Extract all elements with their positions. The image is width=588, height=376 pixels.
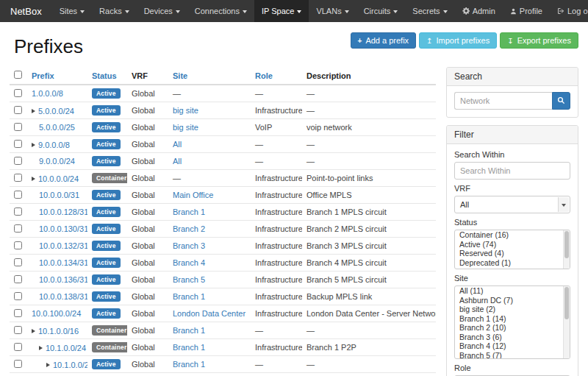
prefix-link[interactable]: 10.0.0.134/31 <box>39 258 87 267</box>
prefix-link[interactable]: 10.1.0.0/16 <box>38 327 79 336</box>
row-checkbox[interactable] <box>14 140 22 148</box>
row-checkbox[interactable] <box>14 241 22 249</box>
status-listbox[interactable]: Container (16)Active (74)Reserved (4)Dep… <box>454 230 570 269</box>
column-header-status[interactable]: Status <box>87 67 127 85</box>
row-checkbox[interactable] <box>14 326 22 334</box>
prefix-link[interactable]: 5.0.0.0/24 <box>38 107 74 116</box>
listbox-option[interactable]: Reserved (4) <box>455 249 570 258</box>
site-link[interactable]: Main Office <box>173 191 213 199</box>
prefix-link[interactable]: 9.0.0.0/24 <box>39 157 75 166</box>
scrollbar-thumb[interactable] <box>564 287 569 319</box>
prefix-link[interactable]: 1.0.0.0/8 <box>32 89 63 98</box>
search-input[interactable] <box>454 92 552 110</box>
prefix-link[interactable]: 10.0.0.136/31 <box>39 275 87 284</box>
row-checkbox[interactable] <box>14 174 22 182</box>
listbox-option[interactable]: All (11) <box>455 286 570 296</box>
row-checkbox[interactable] <box>14 258 22 266</box>
nav-item-profile[interactable]: Profile <box>503 0 550 22</box>
site-link[interactable]: Branch 1 <box>173 360 205 369</box>
column-header-prefix[interactable]: Prefix <box>27 67 87 85</box>
site-link[interactable]: Branch 1 <box>173 207 205 216</box>
nav-item-secrets[interactable]: Secrets <box>405 0 454 22</box>
vrf-select[interactable]: All <box>454 196 570 213</box>
site-link[interactable]: Branch 5 <box>173 275 205 284</box>
row-checkbox[interactable] <box>14 207 22 216</box>
prefix-link[interactable]: 10.0.100.0/24 <box>32 309 81 318</box>
prefix-link[interactable]: 10.0.0.138/31 <box>39 292 87 301</box>
site-link[interactable]: All <box>173 140 182 149</box>
listbox-option[interactable]: big site (2) <box>455 305 570 314</box>
row-checkbox[interactable] <box>14 360 22 368</box>
site-link[interactable]: big site <box>173 106 198 115</box>
listbox-option[interactable]: Container (16) <box>455 230 570 240</box>
prefix-link[interactable]: 10.0.0.132/31 <box>39 241 87 250</box>
expand-icon[interactable] <box>32 329 35 333</box>
site-link[interactable]: London Data Center <box>173 309 245 318</box>
nav-item-admin[interactable]: Admin <box>455 0 503 22</box>
export-prefixes-button[interactable]: ↧Export prefixes <box>500 32 578 49</box>
expand-icon[interactable] <box>32 109 35 113</box>
listbox-option[interactable]: Branch 5 (7) <box>455 351 570 360</box>
listbox-option[interactable]: Branch 2 (10) <box>455 323 570 333</box>
listbox-option[interactable]: Branch 1 (14) <box>455 314 570 324</box>
expand-icon[interactable] <box>32 177 35 181</box>
site-link[interactable]: Branch 3 <box>173 241 205 250</box>
prefix-link[interactable]: 10.0.0.0/31 <box>39 191 79 199</box>
expand-icon[interactable] <box>39 346 43 350</box>
site-link[interactable]: big site <box>173 123 198 132</box>
scrollbar[interactable] <box>563 286 570 358</box>
listbox-option[interactable]: Deprecated (1) <box>455 258 570 268</box>
listbox-option[interactable]: Branch 3 (6) <box>455 333 570 342</box>
import-prefixes-button[interactable]: ↥Import prefixes <box>419 32 497 49</box>
nav-item-circuits[interactable]: Circuits <box>356 0 406 22</box>
nav-item-ip-space[interactable]: IP Space <box>254 0 309 22</box>
row-checkbox[interactable] <box>14 157 22 165</box>
prefix-link[interactable]: 10.1.0.0/24 <box>46 344 86 352</box>
nav-item-sites[interactable]: Sites <box>52 0 92 22</box>
row-checkbox[interactable] <box>14 224 22 233</box>
search-within-input[interactable] <box>454 162 570 180</box>
row-checkbox[interactable] <box>14 292 22 300</box>
nav-item-label: Racks <box>99 7 122 15</box>
add-a-prefix-button[interactable]: +Add a prefix <box>351 32 417 49</box>
nav-item-connections[interactable]: Connections <box>187 0 254 22</box>
row-checkbox[interactable] <box>14 191 22 199</box>
prefix-link[interactable]: 5.0.0.0/25 <box>39 123 75 132</box>
row-checkbox[interactable] <box>14 123 22 131</box>
brand[interactable]: NetBox <box>0 0 52 22</box>
site-link[interactable]: All <box>173 157 182 166</box>
prefix-link[interactable]: 9.0.0.0/8 <box>38 141 70 149</box>
prefix-link[interactable]: 10.0.0.128/31 <box>39 207 87 216</box>
site-listbox[interactable]: All (11)Ashburn DC (7)big site (2)Branch… <box>454 285 570 359</box>
site-link[interactable]: Branch 4 <box>173 258 205 267</box>
prefix-link[interactable]: 10.0.0.0/24 <box>38 174 79 183</box>
prefix-link[interactable]: 10.1.0.0/25 <box>53 361 87 369</box>
row-checkbox[interactable] <box>14 106 22 114</box>
vrf-cell: Global <box>127 187 168 204</box>
site-link[interactable]: Branch 2 <box>173 224 205 233</box>
listbox-option[interactable]: Active (74) <box>455 240 570 249</box>
search-button[interactable] <box>552 92 570 110</box>
column-header-role[interactable]: Role <box>251 67 302 85</box>
expand-icon[interactable] <box>32 143 35 147</box>
row-checkbox[interactable] <box>14 275 22 283</box>
row-checkbox[interactable] <box>14 89 22 97</box>
nav-item-racks[interactable]: Racks <box>92 0 137 22</box>
listbox-option[interactable]: Branch 4 (12) <box>455 341 570 351</box>
scrollbar-thumb[interactable] <box>564 231 569 258</box>
site-link[interactable]: Branch 1 <box>173 326 205 335</box>
prefix-link[interactable]: 10.0.0.130/31 <box>39 224 87 233</box>
row-checkbox[interactable] <box>14 309 22 317</box>
site-link[interactable]: Branch 1 <box>173 292 205 301</box>
nav-item-devices[interactable]: Devices <box>137 0 187 22</box>
column-header-site[interactable]: Site <box>168 67 251 85</box>
listbox-option[interactable]: Ashburn DC (7) <box>455 296 570 305</box>
scrollbar[interactable] <box>563 230 570 269</box>
nav-item-vlans[interactable]: VLANs <box>309 0 356 22</box>
site-link[interactable]: Branch 1 <box>173 343 205 352</box>
row-checkbox[interactable] <box>14 343 22 351</box>
top-navbar: NetBox SitesRacksDevicesConnectionsIP Sp… <box>0 0 588 22</box>
select-all-checkbox[interactable] <box>14 71 22 79</box>
nav-item-log-out[interactable]: Log out <box>550 0 588 22</box>
expand-icon[interactable] <box>46 363 50 367</box>
